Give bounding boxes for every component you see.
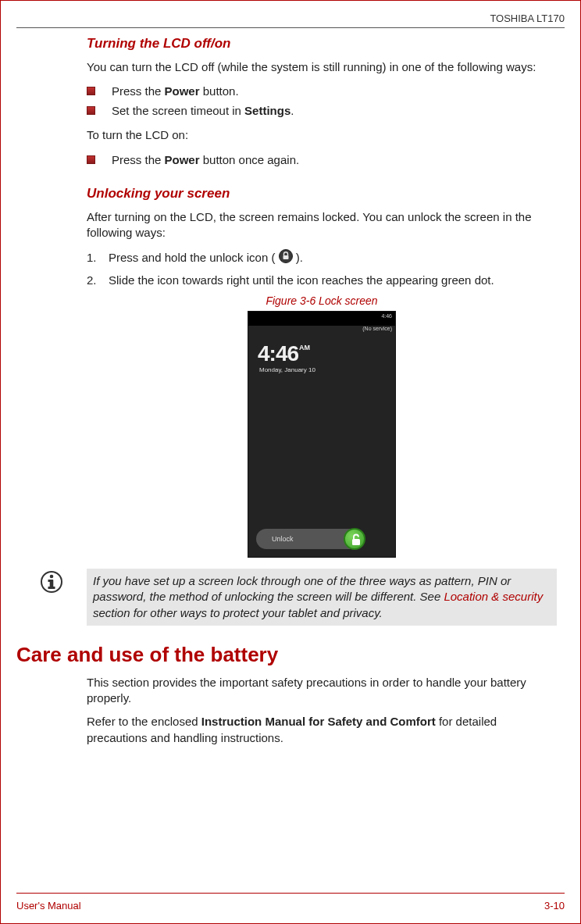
bold-text: Instruction Manual for Safety and Comfor… bbox=[201, 715, 436, 728]
unlock-intro: After turning on the LCD, the screen rem… bbox=[87, 209, 557, 241]
lockscreen-time: 4:46AM bbox=[258, 341, 309, 366]
lockscreen-date: Monday, January 10 bbox=[259, 366, 315, 373]
lockscreen-time-ampm: AM bbox=[299, 344, 310, 351]
note-box: If you have set up a screen lock through… bbox=[87, 569, 557, 626]
step-number: 1. bbox=[87, 249, 109, 268]
statusbar-time: 4:46 bbox=[381, 313, 392, 319]
figure-lockscreen-wrap: 4:46 (No service) 4:46AM Monday, January… bbox=[87, 311, 557, 558]
figure-lockscreen: 4:46 (No service) 4:46AM Monday, January… bbox=[248, 311, 396, 558]
list-item: 2. Slide the icon towards right until th… bbox=[87, 272, 557, 288]
lockscreen-time-main: 4:46 bbox=[258, 341, 298, 366]
list-item: Press the Power button. bbox=[87, 83, 557, 101]
svg-rect-7 bbox=[48, 587, 55, 589]
list-text: Press the bbox=[112, 153, 165, 166]
bold-text: Power bbox=[165, 153, 200, 166]
spacer bbox=[87, 177, 557, 186]
note-text: section for other ways to protect your t… bbox=[93, 606, 383, 619]
document-page: TOSHIBA LT170 Turning the LCD off/on You… bbox=[0, 0, 581, 924]
svg-point-4 bbox=[50, 575, 54, 579]
lockscreen-statusbar: 4:46 bbox=[248, 312, 395, 326]
heading-lcd: Turning the LCD off/on bbox=[87, 36, 557, 52]
page-footer: User's Manual 3-10 bbox=[16, 893, 565, 912]
lcd-intro: You can turn the LCD off (while the syst… bbox=[87, 59, 557, 75]
unlock-steps: 1. Press and hold the unlock icon ( ). 2… bbox=[87, 249, 557, 289]
list-item: 1. Press and hold the unlock icon ( ). bbox=[87, 249, 557, 268]
list-item: Press the Power button once again. bbox=[87, 152, 557, 169]
unlock-icon bbox=[345, 530, 367, 551]
lockscreen-unlock-label: Unlock bbox=[272, 535, 294, 543]
lcd-on-intro: To turn the LCD on: bbox=[87, 127, 557, 143]
svg-rect-1 bbox=[283, 255, 288, 259]
list-text: Press the bbox=[112, 84, 165, 98]
lcd-off-list: Press the Power button. Set the screen t… bbox=[87, 83, 557, 120]
battery-p2: Refer to the enclosed Instruction Manual… bbox=[87, 714, 557, 746]
list-text: button. bbox=[200, 84, 239, 98]
bold-text: Settings bbox=[244, 104, 290, 117]
figure-caption: Figure 3-6 Lock screen bbox=[87, 294, 557, 307]
bold-text: Power bbox=[165, 84, 200, 98]
step-text: Slide the icon towards right until the i… bbox=[109, 272, 494, 288]
note-icon-cell bbox=[40, 569, 87, 626]
page-content: Turning the LCD off/on You can turn the … bbox=[16, 28, 565, 893]
list-text: button once again. bbox=[200, 153, 300, 166]
lockscreen-unlock-knob bbox=[344, 528, 365, 550]
lcd-on-list: Press the Power button once again. bbox=[87, 152, 557, 169]
step-number: 2. bbox=[87, 272, 109, 288]
step-text: Press and hold the unlock icon ( bbox=[109, 251, 279, 264]
lock-icon bbox=[279, 249, 293, 267]
heading-unlock: Unlocking your screen bbox=[87, 186, 557, 202]
step-text: ). bbox=[293, 251, 303, 264]
footer-page-number: 3-10 bbox=[544, 900, 565, 912]
lockscreen-no-service: (No service) bbox=[362, 326, 392, 331]
step-body: Press and hold the unlock icon ( ). bbox=[109, 249, 303, 268]
header-product-line: TOSHIBA LT170 bbox=[16, 12, 565, 28]
list-item: Set the screen timeout in Settings. bbox=[87, 102, 557, 120]
svg-rect-2 bbox=[352, 539, 360, 545]
battery-p1: This section provides the important safe… bbox=[87, 675, 557, 707]
note-row: If you have set up a screen lock through… bbox=[40, 569, 557, 626]
list-text: Set the screen timeout in bbox=[112, 104, 244, 117]
heading-battery: Care and use of the battery bbox=[16, 643, 557, 667]
list-text: . bbox=[290, 104, 294, 117]
footer-manual-label: User's Manual bbox=[16, 900, 81, 912]
svg-rect-6 bbox=[48, 580, 52, 582]
info-icon bbox=[40, 570, 63, 594]
note-link-location-security[interactable]: Location & security bbox=[444, 590, 543, 603]
header-product: TOSHIBA LT170 bbox=[490, 12, 565, 24]
battery-p2-pre: Refer to the enclosed bbox=[87, 715, 201, 728]
lockscreen-unlock-slider: Unlock bbox=[256, 529, 364, 549]
